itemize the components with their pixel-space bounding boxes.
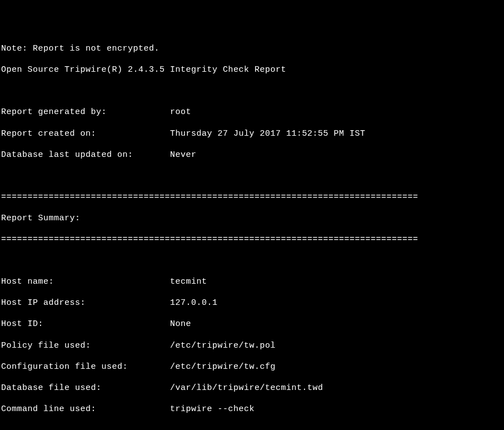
value: 127.0.0.1 (170, 298, 218, 308)
note-line: Note: Report is not encrypted. (1, 43, 503, 54)
title-line: Open Source Tripwire(R) 2.4.3.5 Integrit… (1, 65, 503, 75)
label: Command line used: (1, 404, 96, 414)
label: Host IP address: (1, 298, 86, 308)
report-summary-title: Report Summary: (1, 213, 503, 224)
host-id: Host ID: None (1, 319, 503, 329)
label: Configuration file used: (1, 362, 128, 372)
value: tecmint (170, 277, 207, 286)
value: /etc/tripwire/tw.pol (170, 341, 276, 350)
label: Database last updated on: (1, 150, 133, 160)
value: tripwire --check (170, 404, 255, 414)
blank (1, 255, 503, 266)
blank (1, 86, 503, 96)
meta-generated-by: Report generated by: root (1, 107, 503, 117)
value: None (170, 319, 191, 329)
label: Report generated by: (1, 107, 107, 117)
policy-file: Policy file used: /etc/tripwire/tw.pol (1, 340, 503, 351)
label: Database file used: (1, 383, 102, 393)
meta-created-on: Report created on: Thursday 27 July 2017… (1, 128, 503, 139)
blank (1, 171, 503, 181)
divider: ========================================… (1, 234, 503, 245)
config-file: Configuration file used: /etc/tripwire/t… (1, 362, 503, 372)
value: Thursday 27 July 2017 11:52:55 PM IST (170, 129, 366, 139)
divider: ========================================… (1, 192, 503, 202)
blank (1, 425, 503, 430)
meta-db-updated: Database last updated on: Never (1, 150, 503, 160)
host-ip: Host IP address: 127.0.0.1 (1, 298, 503, 308)
label: Host ID: (1, 319, 43, 329)
database-file: Database file used: /var/lib/tripwire/te… (1, 383, 503, 393)
label: Policy file used: (1, 341, 91, 350)
value: Never (170, 150, 197, 160)
label: Report created on: (1, 129, 96, 139)
value: root (170, 107, 191, 117)
command-line: Command line used: tripwire --check (1, 404, 503, 414)
host-name: Host name: tecmint (1, 276, 503, 287)
value: /var/lib/tripwire/tecmint.twd (170, 383, 323, 393)
value: /etc/tripwire/tw.cfg (170, 362, 276, 372)
label: Host name: (1, 277, 54, 286)
